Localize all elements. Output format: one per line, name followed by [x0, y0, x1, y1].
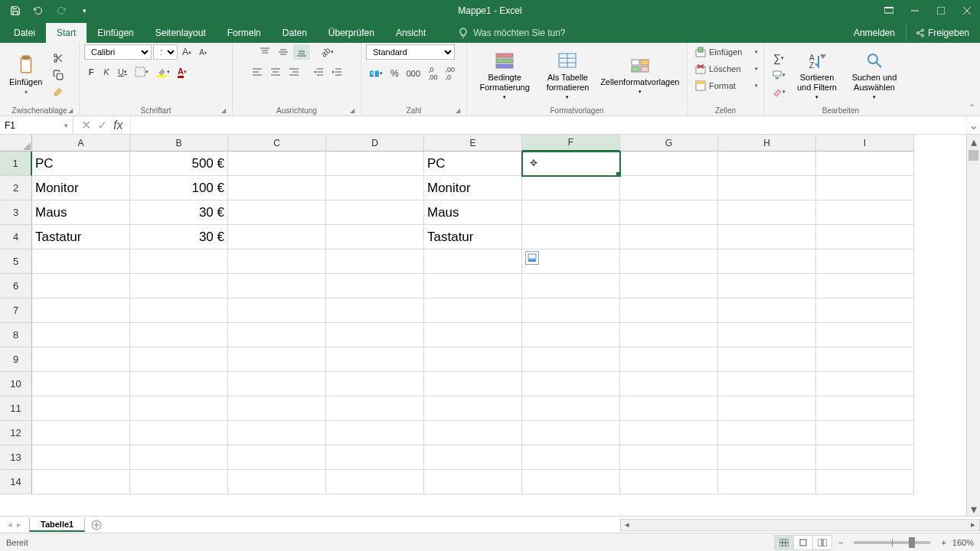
tell-me-search[interactable]: Was möchten Sie tun? — [452, 23, 571, 43]
cell[interactable] — [326, 298, 424, 323]
cell[interactable] — [718, 470, 816, 494]
cell[interactable] — [326, 176, 424, 201]
cell[interactable] — [620, 274, 718, 298]
orientation-button[interactable]: ab▾ — [318, 44, 336, 60]
dialog-launcher-icon[interactable]: ◢ — [456, 107, 460, 114]
cell[interactable] — [130, 372, 228, 396]
cell[interactable] — [228, 396, 326, 421]
redo-icon[interactable] — [52, 2, 70, 20]
cell[interactable] — [228, 323, 326, 347]
zoom-level[interactable]: 160% — [952, 538, 974, 547]
cell[interactable] — [718, 176, 816, 201]
format-cells-button[interactable]: Format ▾ — [692, 78, 761, 93]
paste-button[interactable]: Einfügen ▾ — [5, 51, 47, 99]
cell[interactable] — [326, 421, 424, 445]
tab-start[interactable]: Start — [46, 23, 87, 43]
cell[interactable] — [620, 396, 718, 421]
cell[interactable] — [424, 445, 522, 470]
insert-cells-button[interactable]: Einfügen ▾ — [692, 44, 761, 60]
cell[interactable]: Maus — [32, 201, 130, 225]
increase-indent-button[interactable] — [328, 64, 345, 80]
cell[interactable] — [718, 347, 816, 372]
cell-styles-button[interactable]: Zellenformatvorlagen▾ — [598, 51, 682, 99]
row-header[interactable]: 12 — [0, 421, 32, 445]
decrease-font-button[interactable]: A▾ — [196, 44, 210, 60]
row-header[interactable]: 2 — [0, 176, 32, 201]
row-header[interactable]: 5 — [0, 249, 32, 274]
cell[interactable]: 100 € — [130, 176, 228, 201]
conditional-formatting-button[interactable]: Bedingte Formatierung▾ — [472, 47, 537, 104]
scroll-right-icon[interactable]: ▸ — [967, 520, 979, 530]
sheet-nav-next-icon[interactable]: ▸ — [17, 520, 21, 530]
cell[interactable] — [228, 274, 326, 298]
cell[interactable] — [228, 176, 326, 201]
cell[interactable] — [620, 372, 718, 396]
tab-formeln[interactable]: Formeln — [217, 23, 272, 43]
cell[interactable] — [228, 372, 326, 396]
fill-color-button[interactable]: ▾ — [153, 64, 173, 80]
close-icon[interactable] — [954, 0, 980, 21]
cell[interactable] — [228, 470, 326, 494]
cell[interactable] — [326, 249, 424, 274]
cell[interactable] — [228, 152, 326, 176]
cell[interactable] — [816, 274, 914, 298]
row-header[interactable]: 14 — [0, 470, 32, 494]
cell[interactable] — [32, 274, 130, 298]
cell[interactable] — [326, 152, 424, 176]
row-header[interactable]: 11 — [0, 396, 32, 421]
cell[interactable] — [522, 470, 620, 494]
clear-button[interactable]: ▾ — [769, 84, 789, 99]
column-header[interactable]: C — [228, 135, 326, 152]
cell[interactable]: PC — [424, 152, 522, 176]
cell[interactable] — [816, 323, 914, 347]
cell[interactable] — [424, 249, 522, 274]
cell[interactable] — [424, 396, 522, 421]
cell[interactable] — [816, 176, 914, 201]
cell[interactable] — [424, 470, 522, 494]
percent-button[interactable]: % — [387, 66, 402, 81]
zoom-out-button[interactable]: − — [838, 538, 843, 547]
dialog-launcher-icon[interactable]: ◢ — [350, 107, 354, 114]
cell[interactable] — [816, 421, 914, 445]
cell[interactable] — [130, 323, 228, 347]
fx-icon[interactable]: fx — [113, 119, 122, 132]
cell[interactable]: 500 € — [130, 152, 228, 176]
cell[interactable] — [816, 347, 914, 372]
cell[interactable] — [32, 445, 130, 470]
cell[interactable] — [816, 152, 914, 176]
cell[interactable] — [32, 372, 130, 396]
cell[interactable] — [424, 372, 522, 396]
cell[interactable] — [522, 347, 620, 372]
cell[interactable]: Maus — [424, 201, 522, 225]
scroll-thumb[interactable] — [969, 150, 978, 161]
signin-link[interactable]: Anmelden — [844, 28, 904, 38]
cell[interactable]: 30 € — [130, 201, 228, 225]
cut-button[interactable] — [50, 51, 67, 66]
cell[interactable]: Monitor — [32, 176, 130, 201]
cell[interactable] — [522, 298, 620, 323]
select-all-corner[interactable] — [0, 135, 32, 152]
comma-button[interactable]: 000 — [403, 66, 423, 81]
cell[interactable] — [718, 323, 816, 347]
minimize-icon[interactable] — [902, 0, 928, 21]
cell[interactable] — [32, 421, 130, 445]
column-header[interactable]: G — [620, 135, 718, 152]
cell[interactable] — [816, 225, 914, 249]
cell[interactable] — [816, 201, 914, 225]
cell[interactable] — [130, 421, 228, 445]
page-layout-view-button[interactable] — [793, 535, 813, 550]
autofill-options-button[interactable] — [525, 251, 539, 265]
cell[interactable] — [130, 470, 228, 494]
cell[interactable] — [522, 201, 620, 225]
cell[interactable]: Monitor — [424, 176, 522, 201]
row-header[interactable]: 1 — [0, 152, 32, 176]
cell[interactable] — [718, 421, 816, 445]
cell[interactable] — [522, 445, 620, 470]
chevron-down-icon[interactable]: ▾ — [64, 122, 68, 129]
cell[interactable] — [32, 323, 130, 347]
cell[interactable] — [718, 201, 816, 225]
cell[interactable] — [620, 445, 718, 470]
column-header[interactable]: I — [816, 135, 914, 152]
cancel-formula-icon[interactable]: ✕ — [81, 118, 91, 132]
cell[interactable] — [228, 347, 326, 372]
